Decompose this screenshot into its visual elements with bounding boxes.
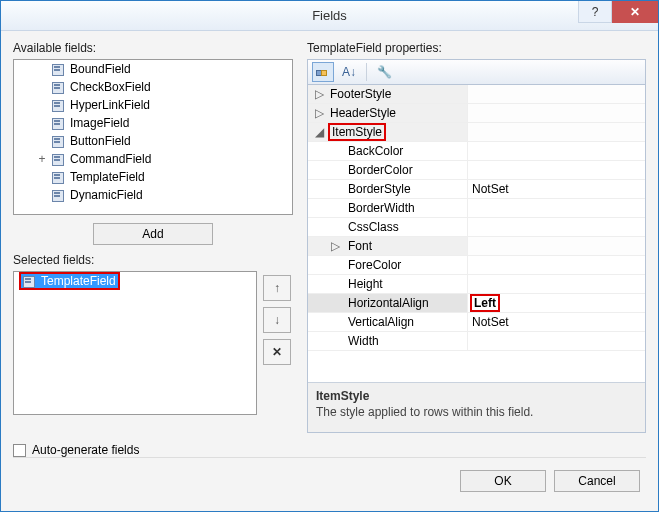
property-value[interactable]: NotSet: [468, 315, 645, 329]
property-name: Font: [348, 239, 372, 253]
available-field-item[interactable]: BoundField: [14, 60, 292, 78]
window-title: Fields: [1, 8, 658, 23]
tree-expander[interactable]: +: [36, 152, 48, 166]
auto-generate-label: Auto-generate fields: [32, 443, 139, 457]
property-name: CssClass: [348, 220, 399, 234]
property-row[interactable]: Height: [308, 275, 645, 294]
field-label: ButtonField: [70, 134, 131, 148]
field-label: CheckBoxField: [70, 80, 151, 94]
property-row[interactable]: ▷FooterStyle: [308, 85, 645, 104]
move-down-button[interactable]: ↓: [263, 307, 291, 333]
property-value[interactable]: Left: [468, 294, 645, 312]
property-expander[interactable]: ▷: [330, 239, 340, 253]
move-up-button[interactable]: ↑: [263, 275, 291, 301]
fields-dialog: Fields ? ✕ Available fields: BoundFieldC…: [0, 0, 659, 512]
field-label: BoundField: [70, 62, 131, 76]
description-title: ItemStyle: [316, 389, 637, 403]
dialog-footer: OK Cancel: [13, 457, 646, 503]
available-field-item[interactable]: HyperLinkField: [14, 96, 292, 114]
description-pane: ItemStyle The style applied to rows with…: [308, 382, 645, 432]
property-row[interactable]: ◢ItemStyle: [308, 123, 645, 142]
field-icon: [23, 275, 37, 287]
field-label: DynamicField: [70, 188, 143, 202]
add-button[interactable]: Add: [93, 223, 213, 245]
title-bar[interactable]: Fields ? ✕: [1, 1, 658, 31]
property-name: BorderStyle: [348, 182, 411, 196]
selected-fields-label: Selected fields:: [13, 253, 293, 267]
property-row[interactable]: CssClass: [308, 218, 645, 237]
remove-button[interactable]: ✕: [263, 339, 291, 365]
properties-label: TemplateField properties:: [307, 41, 646, 55]
property-name: BorderWidth: [348, 201, 415, 215]
cancel-button[interactable]: Cancel: [554, 470, 640, 492]
available-field-item[interactable]: CheckBoxField: [14, 78, 292, 96]
property-name: HorizontalAlign: [348, 296, 429, 310]
property-name: FooterStyle: [330, 87, 391, 101]
field-label: HyperLinkField: [70, 98, 150, 112]
property-row[interactable]: VerticalAlignNotSet: [308, 313, 645, 332]
property-name: Width: [348, 334, 379, 348]
property-name: VerticalAlign: [348, 315, 414, 329]
field-icon: [52, 153, 66, 165]
property-row[interactable]: BorderColor: [308, 161, 645, 180]
field-icon: [52, 135, 66, 147]
available-field-item[interactable]: ImageField: [14, 114, 292, 132]
property-expander[interactable]: ▷: [314, 106, 324, 120]
property-toolbar: A↓ 🔧: [307, 59, 646, 85]
property-pages-button[interactable]: 🔧: [373, 62, 395, 82]
property-row[interactable]: BackColor: [308, 142, 645, 161]
toolbar-separator: [366, 63, 367, 81]
alphabetical-button[interactable]: A↓: [338, 62, 360, 82]
available-field-item[interactable]: TemplateField: [14, 168, 292, 186]
field-icon: [52, 63, 66, 75]
available-fields-list[interactable]: BoundFieldCheckBoxFieldHyperLinkFieldIma…: [13, 59, 293, 215]
field-icon: [52, 171, 66, 183]
field-icon: [52, 189, 66, 201]
available-field-item[interactable]: +CommandField: [14, 150, 292, 168]
field-icon: [52, 117, 66, 129]
property-name: HeaderStyle: [330, 106, 396, 120]
field-label: ImageField: [70, 116, 129, 130]
selected-fields-list[interactable]: TemplateField: [13, 271, 257, 415]
selected-field-item[interactable]: TemplateField: [14, 272, 256, 290]
available-field-item[interactable]: DynamicField: [14, 186, 292, 204]
property-row[interactable]: ForeColor: [308, 256, 645, 275]
description-text: The style applied to rows within this fi…: [316, 405, 637, 419]
categorized-button[interactable]: [312, 62, 334, 82]
field-label: CommandField: [70, 152, 151, 166]
field-label: TemplateField: [70, 170, 145, 184]
wrench-icon: 🔧: [377, 65, 392, 79]
property-expander[interactable]: ◢: [314, 125, 324, 139]
property-name: BackColor: [348, 144, 403, 158]
property-grid[interactable]: ▷FooterStyle▷HeaderStyle◢ItemStyleBackCo…: [308, 85, 645, 382]
auto-generate-row[interactable]: Auto-generate fields: [13, 443, 293, 457]
property-name: Height: [348, 277, 383, 291]
property-name: ItemStyle: [330, 123, 386, 141]
alphabetical-icon: A↓: [342, 65, 356, 79]
property-value[interactable]: NotSet: [468, 182, 645, 196]
property-row[interactable]: Width: [308, 332, 645, 351]
property-name: ForeColor: [348, 258, 401, 272]
auto-generate-checkbox[interactable]: [13, 444, 26, 457]
property-expander[interactable]: ▷: [314, 87, 324, 101]
field-icon: [52, 81, 66, 93]
property-name: BorderColor: [348, 163, 413, 177]
window-buttons: ? ✕: [578, 1, 658, 23]
close-button[interactable]: ✕: [612, 1, 658, 23]
field-icon: [52, 99, 66, 111]
ok-button[interactable]: OK: [460, 470, 546, 492]
field-label: TemplateField: [41, 274, 116, 288]
categorized-icon: [316, 65, 330, 79]
property-row[interactable]: ▷HeaderStyle: [308, 104, 645, 123]
property-row[interactable]: BorderStyleNotSet: [308, 180, 645, 199]
property-row[interactable]: HorizontalAlignLeft: [308, 294, 645, 313]
property-row[interactable]: BorderWidth: [308, 199, 645, 218]
available-field-item[interactable]: ButtonField: [14, 132, 292, 150]
available-fields-label: Available fields:: [13, 41, 293, 55]
help-button[interactable]: ?: [578, 1, 612, 23]
property-row[interactable]: ▷Font: [308, 237, 645, 256]
